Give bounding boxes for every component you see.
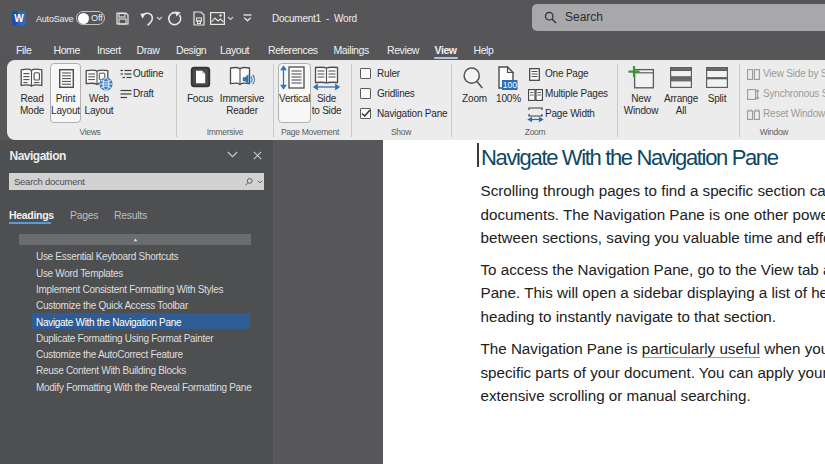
svg-text:100: 100: [503, 80, 517, 90]
svg-text:W: W: [14, 13, 24, 24]
